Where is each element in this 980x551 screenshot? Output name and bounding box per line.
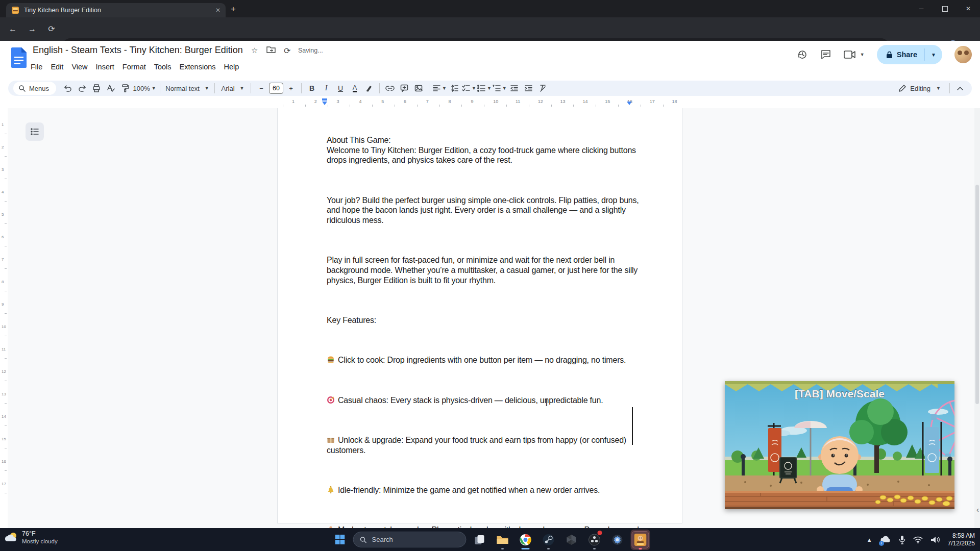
forward-button[interactable]: →: [27, 23, 38, 35]
meet-video-icon[interactable]: [844, 50, 856, 59]
checklist-button[interactable]: ▼: [462, 82, 476, 95]
numbered-list-button[interactable]: ▼: [493, 82, 507, 95]
obs-button[interactable]: [585, 530, 604, 550]
horizontal-ruler[interactable]: 123456789101112131415161718: [0, 97, 980, 108]
running-indicator: [593, 548, 596, 549]
print-button[interactable]: [90, 82, 103, 95]
mode-select[interactable]: Editing ▼: [894, 85, 946, 92]
insert-image-button[interactable]: [412, 82, 425, 95]
close-button[interactable]: ✕: [957, 0, 980, 17]
back-button[interactable]: ←: [7, 23, 18, 35]
increase-font-button[interactable]: +: [284, 82, 298, 95]
edge-panel-chevron-icon[interactable]: ‹: [976, 505, 979, 514]
feature-item[interactable]: Idle-friendly: Minimize the game and get…: [327, 485, 643, 495]
document-text[interactable]: About This Game: Welcome to Tiny Kitchen…: [327, 115, 643, 551]
paint-format-button[interactable]: [118, 82, 132, 95]
menu-view[interactable]: View: [67, 61, 91, 72]
start-button[interactable]: [330, 530, 350, 550]
underline-button[interactable]: U: [334, 82, 347, 95]
chrome-button[interactable]: [516, 530, 535, 550]
taskbar-search-input[interactable]: Search: [353, 532, 467, 547]
add-comment-button[interactable]: [398, 82, 411, 95]
game-window-button[interactable]: [631, 530, 650, 550]
meet-dropdown-icon[interactable]: ▼: [860, 52, 865, 57]
reload-button[interactable]: ⟳: [46, 23, 57, 35]
maximize-button[interactable]: [933, 0, 957, 17]
spellcheck-button[interactable]: [104, 82, 117, 95]
scrollbar-thumb[interactable]: [975, 185, 979, 404]
menu-tools[interactable]: Tools: [150, 61, 176, 72]
wifi-tray-icon[interactable]: [913, 536, 923, 543]
comments-icon[interactable]: [820, 49, 831, 60]
highlight-button[interactable]: [362, 82, 376, 95]
docs-logo-icon[interactable]: [10, 46, 28, 69]
tray-clock[interactable]: 8:58 AM 7/12/2025: [948, 532, 975, 547]
font-select[interactable]: Arial▼: [218, 82, 247, 95]
file-explorer-button[interactable]: [493, 530, 512, 550]
menu-file[interactable]: File: [27, 61, 46, 72]
new-tab-button[interactable]: +: [231, 4, 236, 14]
tab-favicon-icon: [11, 6, 19, 14]
settings-button[interactable]: [608, 530, 627, 550]
redo-button[interactable]: [76, 82, 89, 95]
feature-item[interactable]: Click to cook: Drop ingredients with one…: [327, 355, 643, 365]
clear-formatting-button[interactable]: [536, 82, 550, 95]
share-button[interactable]: Share ▼: [877, 45, 942, 64]
move-folder-icon[interactable]: [266, 46, 276, 54]
menu-extensions[interactable]: Extensions: [176, 61, 220, 72]
italic-button[interactable]: I: [320, 82, 333, 95]
volume-tray-icon[interactable]: [930, 536, 940, 544]
paragraph[interactable]: Play in full screen for fast-paced fun, …: [327, 255, 643, 285]
tab-close-icon[interactable]: ✕: [215, 7, 220, 13]
task-view-button[interactable]: [470, 530, 489, 550]
star-document-icon[interactable]: ☆: [251, 46, 258, 55]
decrease-indent-button[interactable]: [508, 82, 521, 95]
tray-overflow-chevron[interactable]: ▲: [867, 537, 872, 543]
left-indent-marker[interactable]: [322, 102, 327, 105]
bold-button[interactable]: B: [305, 82, 318, 95]
decrease-font-button[interactable]: −: [255, 82, 268, 95]
browser-tab[interactable]: Tiny Kitchen Burger Edition ✕: [6, 3, 226, 17]
zoom-select[interactable]: 100%▼: [133, 82, 156, 95]
minimize-button[interactable]: ─: [910, 0, 933, 17]
weather-widget[interactable]: 76°F Mostly cloudy: [5, 530, 58, 545]
menu-help[interactable]: Help: [220, 61, 243, 72]
increase-indent-button[interactable]: [522, 82, 535, 95]
account-avatar[interactable]: [954, 46, 972, 63]
right-indent-marker[interactable]: [627, 102, 632, 105]
first-line-indent-marker[interactable]: [322, 98, 327, 101]
menu-edit[interactable]: Edit: [46, 61, 67, 72]
feature-item[interactable]: Unlock & upgrade: Expand your food truck…: [327, 435, 643, 455]
align-button[interactable]: ▼: [433, 82, 447, 95]
menus-search-button[interactable]: Menus: [13, 82, 56, 95]
scrollbar[interactable]: [974, 108, 980, 528]
document-page[interactable]: About This Game: Welcome to Tiny Kitchen…: [277, 108, 682, 523]
onedrive-tray-icon[interactable]: i: [880, 535, 891, 545]
document-title[interactable]: English - Steam Texts - Tiny Kitchen: Bu…: [33, 45, 243, 56]
insert-link-button[interactable]: [383, 82, 397, 95]
font-size-input[interactable]: 60: [269, 83, 283, 94]
microphone-tray-icon[interactable]: [899, 535, 905, 544]
file-explorer-icon: [497, 535, 509, 545]
share-dropdown-icon[interactable]: ▼: [925, 52, 942, 58]
line-spacing-button[interactable]: [448, 82, 461, 95]
text-color-button[interactable]: A: [353, 84, 357, 92]
version-history-icon[interactable]: [797, 49, 808, 60]
menu-format[interactable]: Format: [118, 61, 150, 72]
steam-button[interactable]: [539, 530, 558, 550]
show-outline-button[interactable]: [26, 122, 44, 141]
vertical-ruler[interactable]: 1234567891011121314151617: [0, 108, 8, 528]
features-heading[interactable]: Key Features:: [327, 315, 643, 325]
undo-button[interactable]: [61, 82, 75, 95]
unity-button[interactable]: [562, 530, 581, 550]
paragraph[interactable]: About This Game: Welcome to Tiny Kitchen…: [327, 135, 643, 165]
paragraph-style-select[interactable]: Normal text▼: [164, 82, 211, 95]
bulleted-list-button[interactable]: ▼: [477, 82, 492, 95]
menu-insert[interactable]: Insert: [92, 61, 118, 72]
collapse-toolbar-button[interactable]: [953, 82, 967, 95]
dart-emoji-icon: [327, 396, 335, 404]
settings-gear-icon: [611, 534, 624, 546]
paragraph[interactable]: Your job? Build the perfect burger using…: [327, 195, 643, 226]
feature-item[interactable]: Casual chaos: Every stack is physics-dri…: [327, 395, 643, 406]
game-overlay-window[interactable]: [TAB] Move/Scale: [725, 381, 954, 509]
